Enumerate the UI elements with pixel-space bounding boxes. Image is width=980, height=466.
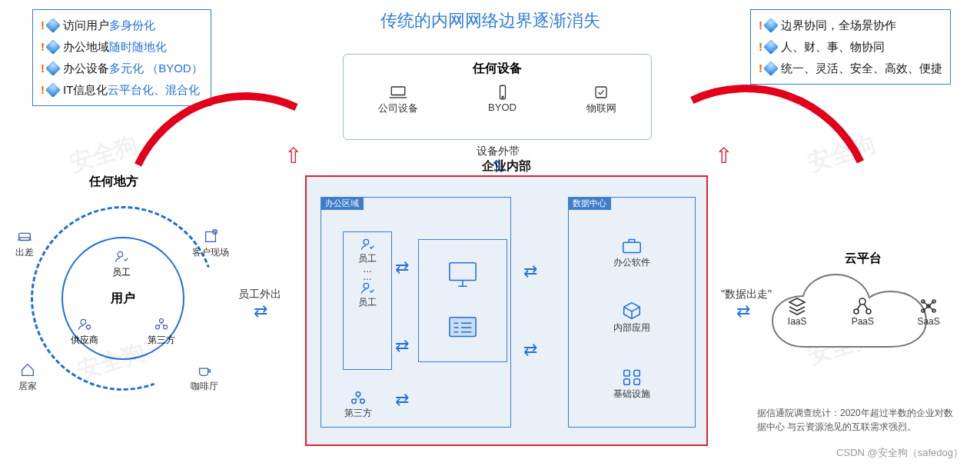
svg-rect-22 — [634, 370, 640, 376]
svg-point-26 — [854, 309, 859, 314]
dc-item-office-software: 办公软件 — [613, 235, 650, 269]
bullet-row: !人、财、事、物协同 — [759, 36, 942, 58]
user-center-label: 用户 — [111, 291, 135, 307]
anywhere-circle: 用户 出差 客户现场 居家 咖啡厅 员工 供应商 第三方 — [15, 191, 231, 406]
diamond-icon — [45, 82, 61, 98]
svg-point-7 — [118, 251, 123, 257]
home-icon — [18, 361, 37, 378]
mesh-icon — [918, 296, 939, 316]
device-item-iot: 物联网 — [586, 83, 616, 115]
svg-point-15 — [356, 392, 360, 397]
office-area-tag: 办公区域 — [321, 197, 364, 210]
svg-rect-1 — [500, 85, 505, 99]
list-monitor-icon — [445, 313, 480, 342]
cloud-title: 云平台 — [765, 251, 962, 267]
device-item-company: 公司设备 — [378, 83, 418, 115]
svg-point-14 — [364, 283, 369, 288]
apps-icon — [620, 366, 643, 388]
svg-rect-20 — [623, 242, 641, 252]
arrow-horizontal — [395, 336, 409, 356]
svg-point-27 — [866, 309, 871, 314]
person-check-icon — [359, 281, 376, 296]
svg-rect-4 — [19, 233, 31, 240]
laptop-icon — [387, 83, 409, 102]
bullet-row: !访问用户多身份化 — [41, 15, 203, 36]
right-bullets: !边界协同，全场景协作 !人、财、事、物协同 !统一、灵活、安全、高效、便捷 — [750, 9, 951, 85]
footnote-text: 据信通院调查统计：2020年超过半数的企业对数据中心 与云资源池见的互联需求强烈… — [757, 406, 957, 434]
briefcase-icon — [620, 235, 643, 256]
data-center-tag: 数据中心 — [568, 197, 611, 210]
arrow-horizontal — [523, 261, 537, 281]
left-bullets: !访问用户多身份化 !办公地域随时随地化 !办公设备多元化 （BYOD） !IT… — [32, 9, 211, 106]
arrow-horizontal — [395, 258, 409, 278]
cloud-item-iaas: IaaS — [786, 296, 808, 327]
up-arrow-icon: ⇧ — [715, 143, 733, 168]
ellipsis: …… — [344, 265, 391, 281]
around-cafe: 咖啡厅 — [191, 361, 218, 393]
dc-item-internal-app: 内部应用 — [613, 300, 650, 335]
group-icon — [349, 390, 367, 407]
employee-stack: 员工 …… 员工 — [343, 231, 392, 370]
around-home: 居家 — [18, 361, 37, 393]
svg-point-2 — [502, 96, 503, 98]
cube-icon — [620, 300, 643, 321]
device-item-byod: BYOD — [488, 83, 517, 115]
svg-rect-18 — [450, 262, 476, 280]
svg-point-8 — [81, 319, 86, 325]
cloud-item-paas: PaaS — [852, 296, 874, 327]
employee-item: 员工 — [344, 281, 391, 309]
bullet-row: !边界协同，全场景协作 — [759, 15, 942, 36]
around-travel: 出差 — [15, 228, 34, 259]
office-area-box: 办公区域 员工 …… 员工 第三方 — [321, 197, 511, 428]
client-site-icon — [201, 228, 220, 245]
train-icon — [15, 228, 34, 245]
network-icon — [852, 296, 873, 316]
svg-point-10 — [160, 319, 164, 323]
bullet-row: !办公设备多元化 （BYOD） — [41, 58, 203, 79]
inner-employee: 员工 — [112, 249, 131, 279]
third-party-item: 第三方 — [344, 390, 372, 420]
arrow-horizontal — [523, 340, 537, 360]
person-check-icon — [113, 249, 130, 265]
enterprise-header: 企业内部 — [307, 158, 706, 175]
svg-rect-24 — [634, 379, 640, 385]
svg-rect-21 — [624, 370, 630, 376]
layers-icon — [786, 296, 808, 316]
terminals-box — [418, 239, 507, 362]
person-gear-icon — [76, 317, 93, 332]
person-check-icon — [359, 237, 376, 252]
diamond-icon — [763, 39, 779, 55]
arrow-horizontal — [736, 301, 750, 321]
diamond-icon — [45, 39, 61, 55]
arrow-horizontal — [395, 390, 409, 410]
svg-point-13 — [364, 239, 369, 245]
arrow-horizontal — [254, 301, 267, 321]
label-employee-out: 员工外出 — [238, 288, 281, 301]
coffee-icon — [195, 361, 214, 378]
diamond-icon — [763, 18, 779, 33]
cloud-item-saas: SaaS — [917, 296, 939, 327]
diamond-icon — [45, 18, 61, 33]
inner-third-party: 第三方 — [148, 317, 175, 347]
bullet-row: !统一、灵活、安全、高效、便捷 — [759, 58, 942, 79]
group-icon — [153, 317, 170, 332]
data-center-box: 数据中心 办公软件 内部应用 基础设施 — [568, 197, 696, 428]
any-device-box: 任何设备 公司设备 BYOD 物联网 — [343, 54, 652, 140]
inner-supplier: 供应商 — [71, 317, 98, 347]
svg-rect-3 — [596, 87, 606, 98]
svg-point-9 — [87, 325, 91, 329]
credit-text: CSDN @安全狗（safedog） — [836, 446, 963, 460]
cloud-platform: 云平台 IaaS PaaS SaaS — [765, 251, 962, 362]
bullet-row: !办公地域随时随地化 — [41, 36, 203, 58]
around-client: 客户现场 — [192, 228, 229, 259]
phone-icon — [492, 83, 513, 102]
diamond-icon — [45, 61, 61, 76]
enterprise-box: 企业内部 办公区域 员工 …… 员工 第三方 数据中心 办公软件 内部应用 基础… — [305, 175, 708, 446]
monitor-icon — [445, 260, 480, 289]
dc-item-infra: 基础设施 — [613, 366, 650, 401]
diamond-icon — [763, 61, 779, 76]
svg-rect-0 — [392, 87, 406, 95]
up-arrow-icon: ⇧ — [284, 143, 302, 168]
bullet-row: !IT信息化云平台化、混合化 — [41, 79, 203, 101]
svg-rect-19 — [450, 317, 476, 336]
